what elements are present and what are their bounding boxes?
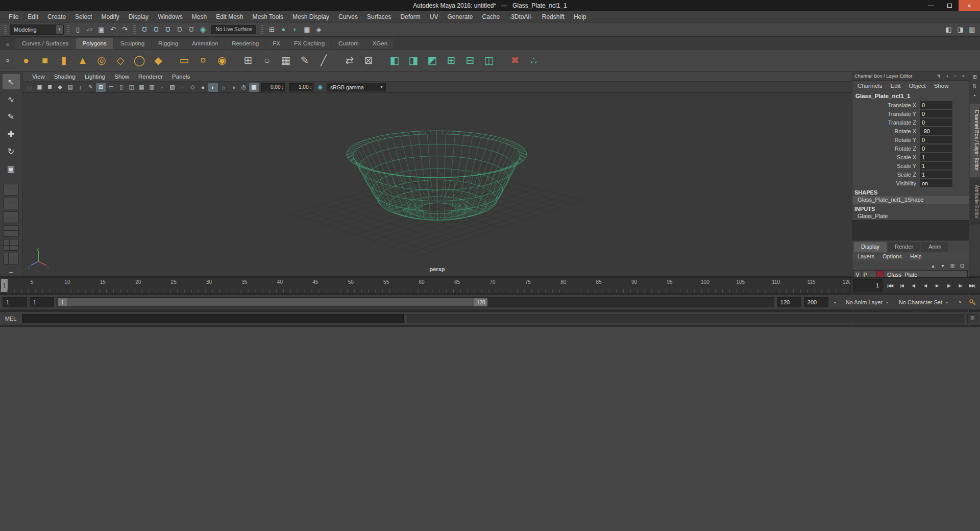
step-forward-key-button[interactable]: |▶ — [943, 280, 954, 291]
image-plane-button[interactable]: ▤ — [65, 83, 75, 92]
channel-value-translate-z[interactable]: 0 — [920, 118, 952, 126]
channel-speed-button[interactable]: ↯ — [936, 73, 942, 79]
viewport-menu-show[interactable]: Show — [110, 74, 134, 80]
make-live-button[interactable]: ◉ — [198, 24, 208, 35]
channel-value-scale-y[interactable]: 1 — [920, 162, 952, 170]
menu-item-cache[interactable]: Cache — [477, 11, 504, 22]
redo-button[interactable]: ↷ — [119, 24, 130, 35]
layout-three-pane-button[interactable] — [4, 239, 19, 251]
range-start-handle[interactable]: 1 — [58, 298, 67, 306]
channel-box-menu-show[interactable]: Show — [930, 83, 953, 89]
open-scene-button[interactable]: ▱ — [84, 24, 95, 35]
shelf-tab-custom[interactable]: Custom — [332, 38, 365, 49]
color-management-toggle[interactable]: ◉ — [315, 83, 325, 92]
toolbox-more-button[interactable]: – — [9, 269, 13, 276]
menu-item-select[interactable]: Select — [70, 11, 96, 22]
camera-attributes-button[interactable]: ≣ — [45, 83, 55, 92]
hud-button[interactable]: ▧ — [167, 83, 177, 92]
channel-value-rotate-y[interactable]: 0 — [920, 136, 952, 143]
menu-item-modify[interactable]: Modify — [96, 11, 124, 22]
poly-cube-button[interactable]: ■ — [36, 52, 54, 69]
playback-end-field[interactable]: 120 — [777, 297, 801, 307]
menu-item-display[interactable]: Display — [124, 11, 153, 22]
range-bar[interactable]: 1 120 — [58, 298, 487, 306]
grid-toggle-button[interactable]: ⊞ — [96, 83, 106, 92]
range-track[interactable]: 1 120 — [57, 297, 774, 307]
object-name[interactable]: Glass_Plate_ncl1_1 — [852, 91, 969, 101]
safe-action-button[interactable]: ▥ — [147, 83, 157, 92]
exposure-field[interactable]: 0.00 ▴▾ — [261, 83, 285, 91]
render-settings-button[interactable]: ▦ — [302, 24, 312, 35]
move-layer-down-button[interactable]: ▾ — [939, 262, 947, 269]
command-input[interactable] — [22, 314, 404, 323]
snap-to-grid-button[interactable]: Ω — [139, 24, 150, 35]
channel-value-rotate-x[interactable]: -90 — [920, 127, 952, 135]
textured-mode-button[interactable]: ◐ — [208, 83, 218, 92]
menu-item-mesh-tools[interactable]: Mesh Tools — [248, 11, 288, 22]
poly-torus-button[interactable]: ◎ — [93, 52, 110, 69]
menu-item-deform[interactable]: Deform — [396, 11, 425, 22]
close-button[interactable]: × — [959, 0, 980, 11]
snap-to-curve-button[interactable]: Ω — [151, 24, 161, 35]
grip-handle[interactable] — [4, 25, 7, 34]
grip-handle[interactable] — [261, 25, 263, 34]
shaded-mode-button[interactable]: ● — [198, 83, 208, 92]
viewport-canvas[interactable]: persp y x z — [22, 93, 852, 276]
snap-to-projected-center-button[interactable]: Ω — [174, 24, 185, 35]
move-layer-up-button[interactable]: ▴ — [929, 262, 937, 269]
range-options-button[interactable]: ▼ — [831, 297, 839, 307]
script-editor-button[interactable]: ≣ — [967, 314, 977, 323]
delete-history-button[interactable]: ✖ — [506, 52, 524, 69]
poly-platonic-button[interactable]: ◆ — [150, 52, 167, 69]
use-all-lights-button[interactable]: ☼ — [218, 83, 228, 92]
menu-item-create[interactable]: Create — [43, 11, 70, 22]
playback-start-field[interactable]: 1 — [30, 297, 54, 307]
time-ruler[interactable]: 1 51015202530354045505560657075808590951… — [0, 278, 851, 293]
shelf-tab-rendering[interactable]: Rendering — [225, 38, 265, 49]
ipr-render-button[interactable]: ◐ — [290, 24, 301, 35]
channel-box-menu-channels[interactable]: Channels — [853, 83, 887, 89]
layer-editor-menu-options[interactable]: Options — [878, 253, 906, 259]
toggle-sidebar-left-button[interactable]: ◧ — [943, 24, 954, 35]
anti-aliasing-button[interactable]: ▩ — [249, 83, 259, 92]
poly-gear-button[interactable]: ¤ — [194, 52, 212, 69]
render-current-frame-button[interactable]: ● — [278, 24, 289, 35]
panel-pin-button[interactable]: ▪ — [970, 91, 979, 99]
shadows-button[interactable]: ◑ — [229, 83, 238, 92]
layer-editor-menu-help[interactable]: Help — [906, 253, 926, 259]
symmetry-button[interactable]: ∴ — [525, 52, 543, 69]
layout-outliner-persp-button[interactable] — [4, 253, 19, 264]
shelf-tab-fx-caching[interactable]: FX Caching — [287, 38, 331, 49]
layer-editor-menu-layers[interactable]: Layers — [853, 253, 878, 259]
snap-to-point-button[interactable]: Ω — [162, 24, 173, 35]
character-set-dropdown[interactable]: No Character Set ▾ — [895, 297, 952, 307]
subdivide-button[interactable]: ▦ — [277, 52, 295, 69]
toggle-sidebar-right-button[interactable]: ◨ — [955, 24, 966, 35]
menu-item-windows[interactable]: Windows — [153, 11, 187, 22]
lock-camera-button[interactable]: ▣ — [35, 83, 44, 92]
go-to-range-start-button[interactable]: |◀◀ — [885, 280, 895, 291]
range-end-handle[interactable]: 120 — [474, 298, 487, 306]
menu-item-mesh[interactable]: Mesh — [187, 11, 211, 22]
pan-zoom-button[interactable]: ↕ — [76, 83, 85, 92]
step-forward-frame-button[interactable]: ▶| — [955, 280, 966, 291]
lasso-tool[interactable]: ∿ — [3, 91, 20, 107]
poly-soccer-ball-button[interactable]: ◉ — [213, 52, 231, 69]
undo-button[interactable]: ↶ — [108, 24, 118, 35]
grip-handle[interactable] — [133, 25, 136, 34]
animation-start-field[interactable]: 1 — [3, 297, 27, 307]
viewport-menu-renderer[interactable]: Renderer — [134, 74, 167, 80]
menu-item-edit-mesh[interactable]: Edit Mesh — [211, 11, 248, 22]
view-transform-dropdown[interactable]: sRGB gamma ▼ — [327, 83, 386, 91]
boolean-union-button[interactable]: ◧ — [386, 52, 403, 69]
shelf-tab-rigging[interactable]: Rigging — [152, 38, 185, 49]
play-backwards-button[interactable]: ◀ — [920, 280, 930, 291]
channel-box-menu-edit[interactable]: Edit — [887, 83, 905, 89]
scale-tool[interactable]: ▣ — [3, 161, 20, 176]
channel-value-rotate-z[interactable]: 0 — [920, 144, 952, 152]
select-tool[interactable]: ↖ — [3, 74, 20, 89]
toggle-workspace-button[interactable]: ▥ — [967, 24, 977, 35]
film-gate-button[interactable]: ▭ — [106, 83, 116, 92]
shelf-tab-xgen[interactable]: XGen — [366, 38, 394, 49]
shelf-menu-button[interactable]: ≡ — [1, 39, 14, 49]
